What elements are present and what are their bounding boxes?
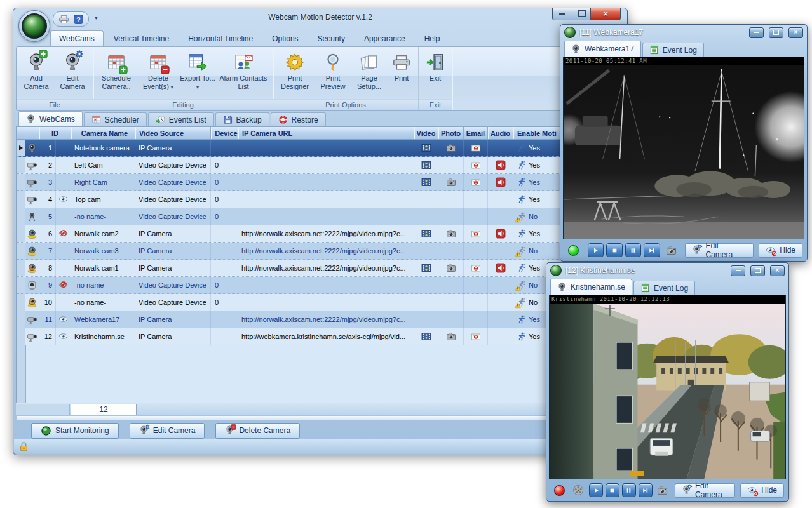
cell-email-flag (464, 294, 488, 311)
tab-restore[interactable]: Restore (271, 112, 326, 126)
video-timestamp-overlay: 2011-10-20 05:12:41 AM (564, 57, 804, 65)
row-gutter (17, 140, 25, 156)
delete-events-button[interactable]: Delete Event(s) (137, 48, 179, 99)
events-clock-icon (156, 115, 165, 124)
header-ip-camera-url[interactable]: IP Camera URL (238, 127, 414, 139)
qat-customize-chevron-icon[interactable]: ▾ (95, 15, 98, 21)
table-row[interactable]: 12 Kristinehamn.se IP Camera http://webk… (17, 328, 624, 345)
maximize-button[interactable] (572, 8, 591, 20)
start-monitoring-button[interactable]: Start Monitoring (31, 423, 119, 439)
title-bar[interactable]: [11] Webkamera17 × (563, 25, 804, 40)
header-id[interactable]: ID (39, 127, 71, 139)
maximize-button[interactable] (750, 265, 765, 276)
quick-print-button[interactable] (57, 13, 70, 25)
help-button[interactable] (72, 13, 85, 25)
edit-camera-button[interactable]: Edit Camera (675, 483, 735, 498)
hide-button[interactable]: Hide (759, 243, 802, 258)
tab-events-list-label: Events List (169, 116, 206, 124)
header-audio[interactable]: Audio (488, 127, 513, 139)
print-button[interactable]: Print (387, 48, 416, 99)
header-video[interactable]: Video (414, 127, 438, 139)
table-row[interactable]: 11 Webkamera17 IP Camera http://norwalk.… (17, 311, 624, 328)
cell-camera-name: -no name- (71, 277, 135, 293)
exit-button[interactable]: Exit (421, 48, 450, 99)
snapshot-button[interactable] (663, 243, 680, 258)
stop-button[interactable] (606, 483, 619, 497)
header-device[interactable]: Device (211, 127, 238, 139)
close-button[interactable]: × (770, 265, 785, 276)
header-video-source[interactable]: Video Source (135, 127, 211, 139)
ribbon-tab-security[interactable]: Security (309, 30, 354, 46)
cell-preview (56, 243, 71, 259)
ribbon-tab-options[interactable]: Options (263, 30, 307, 46)
next-frame-button[interactable] (639, 483, 653, 497)
horizontal-scrollbar[interactable] (16, 415, 625, 420)
ribbon-tab-help[interactable]: Help (416, 30, 449, 46)
tab-event-log[interactable]: Event Log (642, 43, 704, 57)
pause-button[interactable] (625, 243, 641, 257)
page-setup-button[interactable]: Page Setup... (351, 48, 387, 99)
header-email[interactable]: Email (464, 127, 488, 139)
table-row[interactable]: 9 -no name- Video Capture Device 0 No (17, 277, 624, 294)
edit-camera-button[interactable]: Edit Camera (54, 48, 91, 99)
minimize-button[interactable] (749, 27, 764, 38)
cell-photo-flag (438, 225, 464, 242)
add-camera-button[interactable]: Add Camera (18, 48, 54, 99)
app-menu-button[interactable] (18, 10, 50, 42)
no-badge-icon (60, 229, 67, 237)
maximize-button[interactable] (769, 27, 783, 38)
print-designer-button[interactable]: Print Designer (275, 48, 315, 99)
table-row[interactable]: 4 Top cam Video Capture Device 0 Yes (17, 191, 624, 208)
tab-events-list[interactable]: Events List (148, 112, 214, 126)
edit-camera-button[interactable]: Edit Camera (130, 423, 205, 439)
edit-camera-label: Edit Camera (153, 426, 196, 435)
ribbon-tab-vertical-timeline[interactable]: Vertical Timeline (105, 30, 178, 46)
table-header: ID Camera Name Video Source Device IP Ca… (17, 127, 624, 140)
close-button[interactable]: × (591, 8, 621, 20)
table-row[interactable]: 6 Norwalk cam2 IP Camera http://norwalk.… (17, 225, 624, 243)
next-frame-button[interactable] (644, 243, 660, 257)
camera-window-tabs: Kristinehamn.se Event Log (549, 278, 786, 295)
title-bar[interactable]: [12] Kristinehamn.se × (549, 263, 786, 278)
ribbon-tab-horizontal-timeline[interactable]: Horizontal Timeline (179, 30, 262, 46)
minimize-button[interactable] (731, 265, 745, 276)
table-row[interactable]: 7 Norwalk cam3 IP Camera http://norwalk.… (17, 243, 624, 260)
stop-button[interactable] (606, 243, 622, 257)
table-row[interactable]: 8 Norwalk cam1 IP Camera http://norwalk.… (17, 260, 624, 277)
header-camera-name[interactable]: Camera Name (71, 127, 135, 139)
title-bar[interactable]: Webcam Motion Detector v.1.2 ▾ × (13, 8, 627, 27)
hide-button[interactable]: Hide (740, 483, 784, 498)
edit-camera-button[interactable]: Edit Camera (685, 243, 754, 258)
alarm-contacts-list-button[interactable]: Alarm Contacts List (216, 48, 271, 99)
play-button[interactable] (589, 483, 603, 497)
print-preview-button[interactable]: Print Preview (315, 48, 351, 99)
minimize-button[interactable] (552, 8, 572, 20)
table-row[interactable]: 10 -no name- Video Capture Device 0 No (17, 294, 624, 311)
table-row[interactable]: 2 Left Cam Video Capture Device 0 Yes (17, 157, 624, 174)
tab-scheduler[interactable]: Scheduler (84, 112, 147, 126)
ribbon-tab-webcams[interactable]: WebCams (50, 30, 104, 46)
table-row[interactable]: 1 Notebook camera IP Camera Yes (17, 140, 624, 157)
exit-door-icon (426, 53, 445, 72)
delete-camera-button[interactable]: Delete Camera (215, 423, 300, 439)
cell-video-source: IP Camera (135, 140, 211, 156)
header-photo[interactable]: Photo (438, 127, 464, 139)
day-street-scene (550, 304, 785, 479)
play-button[interactable] (588, 243, 604, 257)
close-button[interactable]: × (788, 27, 803, 38)
tab-camera-view[interactable]: Kristinehamn.se (550, 279, 632, 295)
tab-camera-view[interactable]: Webkamera17 (564, 41, 641, 57)
ribbon-tab-appearance[interactable]: Appearance (355, 30, 414, 46)
tab-webcams[interactable]: WebCams (18, 111, 83, 126)
schedule-camera-button[interactable]: Schedule Camera.. (95, 48, 137, 99)
print-preview-label: Print Preview (315, 74, 351, 90)
table-row[interactable]: 3 Right Cam Video Capture Device 0 Yes (17, 174, 624, 191)
tab-event-log[interactable]: Event Log (633, 281, 695, 295)
export-to-button[interactable]: Export To... (179, 48, 216, 99)
snapshot-button[interactable] (655, 483, 670, 498)
lock-icon[interactable] (18, 441, 29, 452)
table-row[interactable]: 5 -no name- Video Capture Device 0 No (17, 208, 624, 225)
pause-button[interactable] (622, 483, 636, 497)
tab-backup[interactable]: Backup (215, 112, 269, 126)
window-title: [12] Kristinehamn.se (565, 266, 726, 275)
